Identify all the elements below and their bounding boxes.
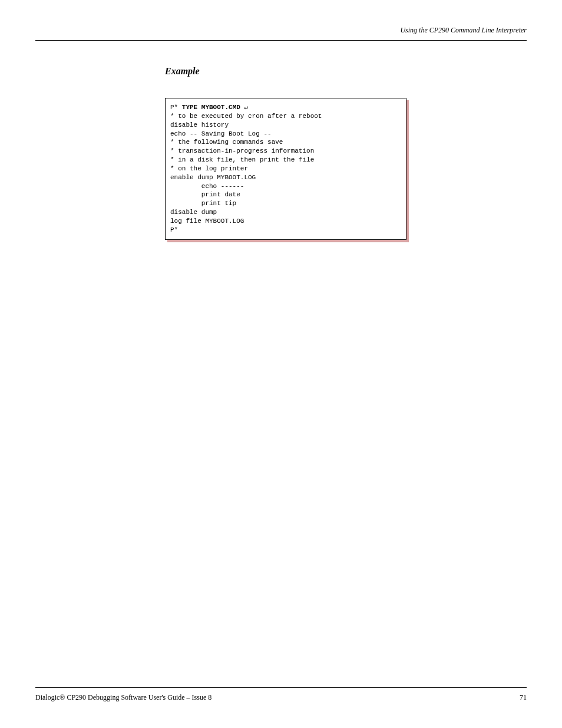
page-number: 71 [520,693,527,702]
header-right-text: Using the CP290 Command Line Interpreter [400,26,527,35]
code-cmd: TYPE MYBOOT.CMD [182,104,240,111]
code-line: log file MYBOOT.LOG [170,218,244,225]
return-icon: ↵ [244,104,248,111]
code-line: * on the log printer [170,165,248,172]
page: Using the CP290 Command Line Interpreter… [0,0,562,728]
code-line: * the following commands save [170,139,283,146]
code-line: disable dump [170,209,217,216]
section-title: Example [165,66,200,77]
code-line: disable history [170,121,229,129]
footer-rule [35,687,527,688]
code-prompt-end: P* [170,226,178,233]
code-line: enable dump MYBOOT.LOG [170,174,256,181]
footer-left-text: Dialogic® CP290 Debugging Software User'… [35,693,211,702]
header-rule [35,40,527,41]
code-prompt: P* [170,104,178,111]
code-block-content: P* TYPE MYBOOT.CMD ↵ * to be executed by… [165,98,406,240]
code-line: print tip [170,200,236,207]
code-line: * in a disk file, then print the file [170,156,314,163]
code-line: * to be executed by cron after a reboot [170,113,322,120]
code-line: echo ------ [170,183,244,190]
code-line: * transaction-in-progress information [170,147,314,154]
code-block: P* TYPE MYBOOT.CMD ↵ * to be executed by… [165,98,406,240]
code-line: echo -- Saving Boot Log -- [170,130,272,137]
code-line: print date [170,191,240,198]
